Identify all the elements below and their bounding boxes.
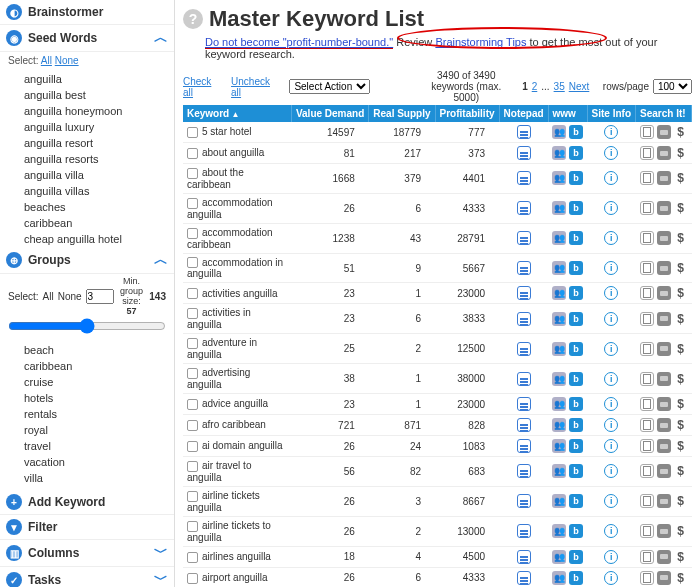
camera-icon[interactable] bbox=[657, 397, 671, 411]
notepad-icon[interactable] bbox=[517, 418, 531, 432]
alexa-icon[interactable] bbox=[552, 125, 566, 139]
group-item[interactable]: royal bbox=[0, 422, 174, 438]
camera-icon[interactable] bbox=[657, 372, 671, 386]
notepad-icon[interactable] bbox=[517, 397, 531, 411]
row-checkbox[interactable] bbox=[187, 441, 198, 452]
alexa-icon[interactable] bbox=[552, 286, 566, 300]
info-icon[interactable]: i bbox=[604, 439, 618, 453]
help-icon[interactable]: ? bbox=[183, 9, 203, 29]
camera-icon[interactable] bbox=[657, 146, 671, 160]
camera-icon[interactable] bbox=[657, 418, 671, 432]
dollar-icon[interactable]: $ bbox=[674, 286, 688, 300]
alexa-icon[interactable] bbox=[552, 524, 566, 538]
group-item[interactable]: cruise bbox=[0, 374, 174, 390]
doc-icon[interactable] bbox=[640, 550, 654, 564]
bing-icon[interactable]: b bbox=[569, 146, 583, 160]
alexa-icon[interactable] bbox=[552, 171, 566, 185]
dollar-icon[interactable]: $ bbox=[674, 261, 688, 275]
group-item[interactable]: beach bbox=[0, 342, 174, 358]
panel-seed-words[interactable]: ◉ Seed Words ︿ bbox=[0, 25, 174, 52]
doc-icon[interactable] bbox=[640, 494, 654, 508]
alexa-icon[interactable] bbox=[552, 372, 566, 386]
row-checkbox[interactable] bbox=[187, 148, 198, 159]
bing-icon[interactable]: b bbox=[569, 439, 583, 453]
dollar-icon[interactable]: $ bbox=[674, 342, 688, 356]
row-checkbox[interactable] bbox=[187, 420, 198, 431]
notepad-icon[interactable] bbox=[517, 464, 531, 478]
camera-icon[interactable] bbox=[657, 571, 671, 585]
doc-icon[interactable] bbox=[640, 372, 654, 386]
doc-icon[interactable] bbox=[640, 201, 654, 215]
bing-icon[interactable]: b bbox=[569, 372, 583, 386]
page-link[interactable]: 2 bbox=[532, 81, 538, 92]
col-site-info[interactable]: Site Info bbox=[587, 105, 635, 122]
doc-icon[interactable] bbox=[640, 397, 654, 411]
seed-item[interactable]: cheap anguilla hotel bbox=[0, 231, 174, 247]
group-item[interactable]: travel bbox=[0, 438, 174, 454]
seed-item[interactable]: anguilla luxury bbox=[0, 119, 174, 135]
bing-icon[interactable]: b bbox=[569, 342, 583, 356]
info-icon[interactable]: i bbox=[604, 312, 618, 326]
alexa-icon[interactable] bbox=[552, 464, 566, 478]
notepad-icon[interactable] bbox=[517, 125, 531, 139]
row-checkbox[interactable] bbox=[187, 338, 198, 349]
page-link[interactable]: 35 bbox=[554, 81, 565, 92]
alexa-icon[interactable] bbox=[552, 550, 566, 564]
row-checkbox[interactable] bbox=[187, 461, 198, 472]
info-icon[interactable]: i bbox=[604, 494, 618, 508]
dollar-icon[interactable]: $ bbox=[674, 146, 688, 160]
panel-filter[interactable]: ▼ Filter bbox=[0, 515, 174, 540]
groups-select-none[interactable]: None bbox=[58, 291, 82, 302]
doc-icon[interactable] bbox=[640, 286, 654, 300]
camera-icon[interactable] bbox=[657, 524, 671, 538]
doc-icon[interactable] bbox=[640, 464, 654, 478]
notepad-icon[interactable] bbox=[517, 286, 531, 300]
check-all[interactable]: Check all bbox=[183, 76, 223, 98]
bing-icon[interactable]: b bbox=[569, 201, 583, 215]
info-icon[interactable]: i bbox=[604, 146, 618, 160]
doc-icon[interactable] bbox=[640, 418, 654, 432]
dollar-icon[interactable]: $ bbox=[674, 494, 688, 508]
seed-item[interactable]: anguilla villas bbox=[0, 183, 174, 199]
alexa-icon[interactable] bbox=[552, 418, 566, 432]
notepad-icon[interactable] bbox=[517, 312, 531, 326]
alexa-icon[interactable] bbox=[552, 231, 566, 245]
panel-brainstormer[interactable]: ◐ Brainstormer bbox=[0, 0, 174, 25]
alexa-icon[interactable] bbox=[552, 494, 566, 508]
dollar-icon[interactable]: $ bbox=[674, 231, 688, 245]
dollar-icon[interactable]: $ bbox=[674, 372, 688, 386]
info-icon[interactable]: i bbox=[604, 397, 618, 411]
info-icon[interactable]: i bbox=[604, 261, 618, 275]
bing-icon[interactable]: b bbox=[569, 524, 583, 538]
alexa-icon[interactable] bbox=[552, 201, 566, 215]
notepad-icon[interactable] bbox=[517, 171, 531, 185]
group-item[interactable]: rentals bbox=[0, 406, 174, 422]
row-checkbox[interactable] bbox=[187, 491, 198, 502]
alexa-icon[interactable] bbox=[552, 439, 566, 453]
panel-add-keyword[interactable]: + Add Keyword bbox=[0, 490, 174, 515]
bing-icon[interactable]: b bbox=[569, 171, 583, 185]
notepad-icon[interactable] bbox=[517, 146, 531, 160]
group-size-slider[interactable] bbox=[8, 318, 166, 334]
info-icon[interactable]: i bbox=[604, 524, 618, 538]
notepad-icon[interactable] bbox=[517, 524, 531, 538]
notepad-icon[interactable] bbox=[517, 550, 531, 564]
camera-icon[interactable] bbox=[657, 464, 671, 478]
group-min-input[interactable] bbox=[86, 289, 114, 304]
dollar-icon[interactable]: $ bbox=[674, 201, 688, 215]
camera-icon[interactable] bbox=[657, 494, 671, 508]
action-select[interactable]: Select Action bbox=[289, 79, 370, 94]
row-checkbox[interactable] bbox=[187, 399, 198, 410]
alexa-icon[interactable] bbox=[552, 261, 566, 275]
dollar-icon[interactable]: $ bbox=[674, 171, 688, 185]
info-icon[interactable]: i bbox=[604, 372, 618, 386]
panel-groups[interactable]: ⊕ Groups ︿ bbox=[0, 247, 174, 274]
col-keyword[interactable]: Keyword bbox=[183, 105, 291, 122]
dollar-icon[interactable]: $ bbox=[674, 418, 688, 432]
seed-item[interactable]: anguilla best bbox=[0, 87, 174, 103]
col-notepad[interactable]: Notepad bbox=[499, 105, 548, 122]
row-checkbox[interactable] bbox=[187, 552, 198, 563]
doc-icon[interactable] bbox=[640, 231, 654, 245]
seed-item[interactable]: anguilla honeymoon bbox=[0, 103, 174, 119]
bing-icon[interactable]: b bbox=[569, 418, 583, 432]
